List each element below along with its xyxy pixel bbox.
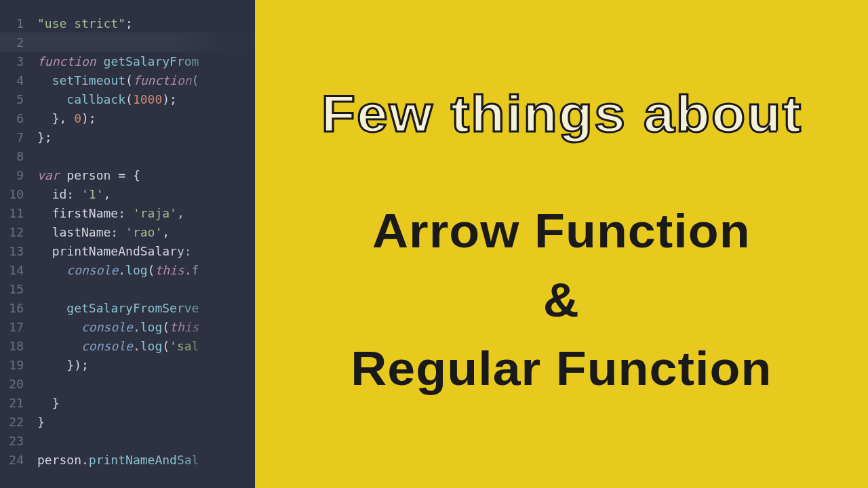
code-content: var person = { (37, 168, 140, 182)
title-main: Arrow Function & Regular Function (351, 197, 772, 404)
code-line: 4 setTimeout(function( (0, 70, 255, 89)
code-line: 9var person = { (0, 165, 255, 184)
code-content: console.log(this.f (37, 263, 199, 277)
title-heading: Few things about (321, 84, 802, 143)
code-line: 13 printNameAndSalary: (0, 241, 255, 260)
code-line: 2 (0, 33, 255, 52)
title-panel: Few things about Arrow Function & Regula… (255, 0, 868, 488)
code-content: }; (37, 130, 52, 144)
line-number: 18 (0, 339, 37, 353)
line-number: 11 (0, 206, 37, 220)
code-content: firstName: 'raja', (37, 206, 184, 220)
code-line: 17 console.log(this (0, 317, 255, 336)
code-content: person.printNameAndSal (37, 453, 199, 467)
code-content: lastName: 'rao', (37, 225, 170, 239)
code-content: id: '1', (37, 187, 111, 201)
code-line: 22} (0, 412, 255, 431)
line-number: 5 (0, 92, 37, 106)
code-content: printNameAndSalary: (37, 244, 192, 258)
code-content: "use strict"; (37, 16, 133, 30)
code-content: }, 0); (37, 111, 96, 125)
code-line: 10 id: '1', (0, 184, 255, 203)
code-line: 5 callback(1000); (0, 89, 255, 108)
line-number: 16 (0, 301, 37, 315)
line-number: 20 (0, 377, 37, 391)
code-line: 18 console.log('sal (0, 336, 255, 355)
code-line: 19 }); (0, 355, 255, 374)
code-content: getSalaryFromServe (37, 301, 199, 315)
line-number: 2 (0, 35, 37, 49)
code-line: 21 } (0, 393, 255, 412)
code-line: 1"use strict"; (0, 14, 255, 33)
code-content: } (37, 415, 45, 429)
code-line: 14 console.log(this.f (0, 260, 255, 279)
title-line-3: Regular Function (351, 335, 772, 404)
line-number: 12 (0, 225, 37, 239)
code-line: 11 firstName: 'raja', (0, 203, 255, 222)
line-number: 6 (0, 111, 37, 125)
code-content: function getSalaryFrom (37, 54, 199, 68)
code-line: 8 (0, 146, 255, 165)
code-line: 20 (0, 374, 255, 393)
code-line: 7}; (0, 127, 255, 146)
title-line-2: & (351, 266, 772, 336)
code-content: callback(1000); (37, 92, 177, 106)
line-number: 7 (0, 130, 37, 144)
line-number: 1 (0, 16, 37, 30)
code-line: 23 (0, 431, 255, 450)
line-number: 22 (0, 415, 37, 429)
line-number: 3 (0, 54, 37, 68)
line-number: 24 (0, 453, 37, 467)
line-number: 9 (0, 168, 37, 182)
code-line: 24person.printNameAndSal (0, 450, 255, 469)
line-number: 17 (0, 320, 37, 334)
line-number: 8 (0, 149, 37, 163)
line-number: 13 (0, 244, 37, 258)
code-editor-panel: 1"use strict";23function getSalaryFrom4 … (0, 0, 255, 488)
code-content: console.log('sal (37, 339, 199, 353)
line-number: 21 (0, 396, 37, 410)
title-line-1: Arrow Function (351, 197, 772, 266)
line-number: 10 (0, 187, 37, 201)
code-line: 12 lastName: 'rao', (0, 222, 255, 241)
code-content: } (37, 396, 60, 410)
code-content: }); (37, 358, 89, 372)
code-line: 3function getSalaryFrom (0, 52, 255, 70)
code-line: 16 getSalaryFromServe (0, 298, 255, 317)
code-content: console.log(this (37, 320, 199, 334)
line-number: 19 (0, 358, 37, 372)
code-line: 6 }, 0); (0, 108, 255, 127)
code-content: setTimeout(function( (37, 73, 199, 87)
line-number: 4 (0, 73, 37, 87)
line-number: 23 (0, 434, 37, 448)
code-line: 15 (0, 279, 255, 298)
line-number: 14 (0, 263, 37, 277)
line-number: 15 (0, 282, 37, 296)
